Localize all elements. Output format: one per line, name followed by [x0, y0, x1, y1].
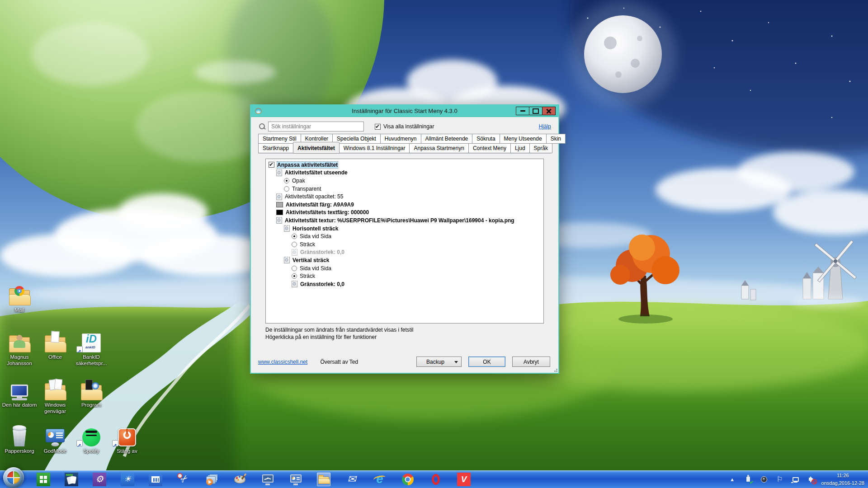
setting-aktivitetsfalt-farg-a9a9a9[interactable]: Aktivitetsfält färg: A9A9A9 — [266, 201, 543, 209]
tab-skin[interactable]: Skin — [546, 134, 566, 144]
internet-explorer-icon[interactable] — [373, 473, 387, 486]
setting-anpassa-aktivitetsfaltet[interactable]: Anpassa aktivitetsfältet — [266, 161, 543, 169]
weather-icon[interactable] — [121, 473, 134, 486]
control-panel-icon[interactable] — [289, 473, 302, 486]
radio-icon[interactable] — [284, 178, 289, 183]
setting-label: Sida vid Sida — [300, 265, 331, 272]
tab-aktivitetsfaltet[interactable]: Aktivitetsfältet — [293, 142, 340, 154]
minimize-button[interactable] — [516, 107, 529, 115]
setting-sida-vid-sida[interactable]: Sida vid Sida — [266, 264, 543, 272]
setting-aktivitetsfalt-textur-userprofile-pictures-huawei-p9-wallpaper-169904-kopia-png[interactable]: Aktivitetsfält textur: %USERPROFILE%\Pic… — [266, 216, 543, 225]
file-explorer-icon[interactable] — [317, 473, 330, 486]
tab-speciella-objekt[interactable]: Speciella Objekt — [332, 134, 381, 144]
setting-horisontell-strack[interactable]: Horisontell sträck — [266, 225, 543, 233]
radio-icon[interactable] — [292, 266, 297, 271]
opera-icon[interactable] — [429, 473, 443, 486]
tab-sokruta[interactable]: Sökruta — [472, 134, 500, 144]
settings-list: Anpassa aktivitetsfältetAktivitetsfältet… — [265, 159, 544, 324]
chevron-up-icon[interactable] — [728, 475, 737, 484]
resize-grip[interactable] — [553, 367, 557, 372]
desktop-icon-windows-genvagar[interactable]: Windows genvägar — [36, 379, 75, 415]
note-bold-hint: De inställningar som ändrats från standa… — [265, 327, 544, 334]
setting-sida-vid-sida[interactable]: Sida vid Sida — [266, 232, 543, 240]
checkbox-icon[interactable] — [269, 162, 274, 168]
desktop-icon-spotify[interactable]: Spotify — [72, 425, 111, 454]
chevron-down-icon — [454, 361, 458, 363]
calendar-icon[interactable] — [149, 473, 162, 486]
setting-opak[interactable]: Opak — [266, 177, 543, 185]
vivaldi-icon[interactable] — [457, 473, 471, 486]
tab-ljud[interactable]: Ljud — [510, 143, 530, 153]
radio-icon[interactable] — [292, 234, 297, 239]
radio-icon[interactable] — [292, 273, 297, 279]
dialog-title: Inställningar för Classic Start Meny 4.3… — [251, 108, 558, 114]
tab-row-2: StartknappAktivitetsfältetWindows 8.1 In… — [258, 143, 551, 154]
media-player-icon[interactable] — [205, 473, 218, 486]
classicshell-website-link[interactable]: www.classicshell.net — [258, 359, 307, 365]
mail-icon[interactable] — [345, 473, 359, 486]
close-button[interactable] — [542, 107, 556, 115]
search-row: Visa alla inställningar Hjälp — [258, 121, 551, 132]
setting-gransstorlek-0-0[interactable]: Gränsstorlek: 0,0 — [266, 280, 543, 288]
performance-monitor-icon[interactable] — [261, 473, 274, 486]
chrome-icon[interactable] — [401, 473, 415, 486]
taskbar-clock[interactable]: 11:26 onsdag,2016-12-28 — [821, 472, 864, 487]
shortcut-arrow-icon — [112, 440, 118, 446]
desktop-icon-godmode[interactable]: GodMode — [36, 425, 75, 454]
shortcut-arrow-icon — [76, 346, 83, 352]
cards-game-icon[interactable] — [65, 473, 78, 486]
desktop-icon-den-har-datorn[interactable]: Den här datorn — [0, 379, 39, 408]
search-input[interactable] — [268, 122, 364, 131]
classic-start-menu-settings-dialog: Inställningar för Classic Start Meny 4.3… — [250, 104, 559, 374]
tab-allmant-beteende[interactable]: Allmänt Beteende — [421, 134, 473, 144]
action-center-flag-icon[interactable] — [775, 475, 784, 484]
setting-aktivitetsfalt-opacitet-55[interactable]: Aktivitetsfält opacitet: 55 — [266, 192, 543, 201]
tab-windows-8-1-installningar[interactable]: Windows 8.1 Inställningar — [339, 143, 410, 153]
cancel-button[interactable]: Avbryt — [512, 357, 550, 367]
usb-safe-remove-icon[interactable] — [744, 475, 753, 484]
setting-transparent[interactable]: Transparent — [266, 185, 543, 193]
maximize-button[interactable] — [529, 107, 542, 115]
audio-device-icon[interactable] — [760, 475, 769, 484]
setting-strack[interactable]: Sträck — [266, 240, 543, 249]
ok-button[interactable]: OK — [468, 357, 505, 367]
clock-date: onsdag,2016-12-28 — [821, 479, 864, 487]
dialog-titlebar[interactable]: Inställningar för Classic Start Meny 4.3… — [251, 105, 558, 117]
desktop-icon-bankid-sakerhetspr[interactable]: BankID säkerhetspr... — [72, 331, 111, 367]
setting-vertikal-strack[interactable]: Vertikal sträck — [266, 256, 543, 264]
checkbox-icon[interactable] — [375, 124, 381, 130]
tab-startknapp[interactable]: Startknapp — [258, 143, 293, 153]
backup-button[interactable]: Backup — [416, 357, 462, 367]
tab-meny-utseende[interactable]: Meny Utseende — [500, 134, 547, 144]
desktop-icon-office[interactable]: Office — [36, 331, 75, 360]
network-icon[interactable] — [791, 475, 800, 484]
volume-muted-icon[interactable] — [807, 475, 816, 484]
desktop-icon-magnus-johansson[interactable]: Magnus Johansson — [0, 331, 39, 367]
setting-aktivitetsfaltet-utseende[interactable]: Aktivitetsfältet utseende — [266, 169, 543, 177]
radio-icon[interactable] — [292, 242, 297, 247]
tab-anpassa-startmenyn[interactable]: Anpassa Startmenyn — [409, 143, 468, 153]
setting-strack[interactable]: Sträck — [266, 272, 543, 280]
settings-icon[interactable] — [93, 473, 106, 486]
taskbar-pinned-icons — [29, 470, 478, 488]
gear-setting-icon — [284, 225, 290, 232]
search-icon — [258, 123, 265, 130]
tab-huvudmenyn[interactable]: Huvudmenyn — [380, 134, 421, 144]
store-icon[interactable] — [37, 473, 50, 486]
setting-aktivitetsfaltets-textfarg-000000[interactable]: Aktivitetsfältets textfärg: 000000 — [266, 209, 543, 217]
setting-gransstorlek-0-0[interactable]: Gränsstorlek: 0,0 — [266, 249, 543, 257]
show-all-settings-checkbox[interactable]: Visa alla inställningar — [375, 123, 434, 130]
setting-label: Transparent — [292, 186, 321, 192]
radio-icon[interactable] — [284, 186, 289, 192]
help-link[interactable]: Hjälp — [539, 123, 551, 130]
desktop-icon-mail[interactable]: Mail — [0, 284, 39, 313]
desktop-icon-stang-av[interactable]: Stäng av — [108, 425, 146, 454]
tab-context-meny[interactable]: Context Meny — [468, 143, 511, 153]
desktop-icon-program[interactable]: Program — [72, 379, 111, 408]
tab-sprak[interactable]: Språk — [529, 143, 552, 153]
window-controls — [516, 107, 556, 115]
start-button[interactable] — [3, 467, 24, 488]
desktop-icon-papperskorg[interactable]: Papperskorg — [0, 425, 39, 454]
snipping-tool-icon[interactable] — [177, 473, 190, 486]
paint-icon[interactable] — [233, 473, 246, 486]
